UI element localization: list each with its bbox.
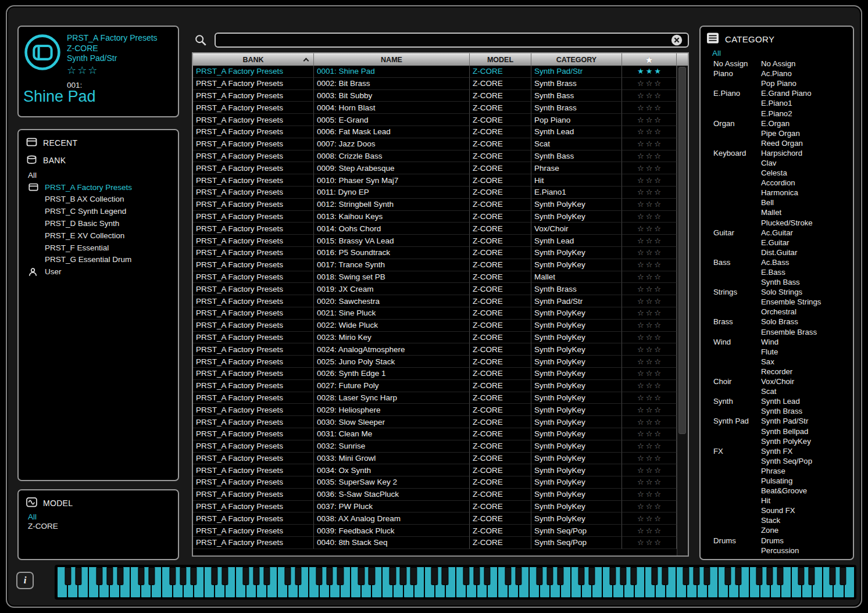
table-row[interactable]: PRST_A Factory Presets0037: PW PluckZ-CO… bbox=[193, 501, 677, 513]
table-row[interactable]: PRST_A Factory Presets0038: AX Analog Dr… bbox=[193, 512, 677, 525]
category-item[interactable]: Drums bbox=[761, 536, 853, 545]
cell-rating[interactable]: ☆☆☆ bbox=[622, 464, 677, 476]
piano-key-black[interactable] bbox=[683, 567, 689, 585]
table-row[interactable]: PRST_A Factory Presets0015: Brassy VA Le… bbox=[193, 235, 677, 247]
cell-rating[interactable]: ☆☆☆ bbox=[622, 235, 677, 247]
piano-key-black[interactable] bbox=[798, 567, 804, 585]
table-row[interactable]: PRST_A Factory Presets0039: Feedback Plu… bbox=[193, 525, 677, 537]
category-group-label[interactable]: Guitar bbox=[701, 228, 761, 237]
piano-key-black[interactable] bbox=[316, 567, 323, 585]
piano-key-black[interactable] bbox=[264, 567, 270, 585]
category-item[interactable]: Clav bbox=[761, 159, 853, 167]
cell-rating[interactable]: ☆☆☆ bbox=[622, 307, 677, 320]
category-item[interactable]: Ac.Bass bbox=[761, 258, 853, 267]
piano-key-black[interactable] bbox=[96, 567, 102, 585]
table-row[interactable]: PRST_A Factory Presets0008: Crizzle Bass… bbox=[193, 150, 677, 163]
table-row[interactable]: PRST_A Factory Presets0018: Swing set PB… bbox=[193, 271, 677, 284]
cell-rating[interactable]: ☆☆☆ bbox=[622, 162, 677, 174]
piano-key-black[interactable] bbox=[620, 567, 626, 585]
table-row[interactable]: PRST_A Factory Presets0030: Slow Sleeper… bbox=[193, 416, 677, 428]
table-row[interactable]: PRST_A Factory Presets0021: Sine PluckZ-… bbox=[193, 307, 677, 320]
table-row[interactable]: PRST_A Factory Presets0029: HeliosphereZ… bbox=[193, 404, 677, 416]
bank-item[interactable]: PRST_G Essential Drum bbox=[19, 254, 178, 266]
category-item[interactable]: E.Piano1 bbox=[761, 99, 853, 107]
cell-rating[interactable]: ☆☆☆ bbox=[622, 174, 677, 187]
piano-keyboard[interactable] bbox=[58, 567, 853, 597]
piano-key-black[interactable] bbox=[431, 567, 438, 585]
category-item[interactable]: Bell bbox=[761, 198, 853, 207]
table-row[interactable]: PRST_A Factory Presets0035: SuperSaw Key… bbox=[193, 476, 677, 489]
piano-key-black[interactable] bbox=[117, 567, 124, 585]
piano-key-black[interactable] bbox=[808, 567, 815, 585]
piano-key-black[interactable] bbox=[191, 567, 197, 585]
piano-key-black[interactable] bbox=[390, 567, 396, 585]
category-item[interactable]: Ensemble Brass bbox=[761, 328, 853, 336]
cell-rating[interactable]: ☆☆☆ bbox=[622, 102, 677, 114]
table-row[interactable]: PRST_A Factory Presets0027: Future PolyZ… bbox=[193, 380, 677, 392]
cell-rating[interactable]: ☆☆☆ bbox=[622, 259, 677, 271]
column-header-name[interactable]: NAME bbox=[314, 53, 470, 66]
piano-key-black[interactable] bbox=[410, 567, 417, 585]
category-item[interactable]: Synth Brass bbox=[761, 407, 853, 415]
piano-key-black[interactable] bbox=[578, 567, 584, 585]
cell-rating[interactable]: ☆☆☆ bbox=[622, 380, 677, 392]
piano-key-black[interactable] bbox=[703, 567, 710, 585]
category-item[interactable]: Synth Lead bbox=[761, 397, 853, 406]
category-item[interactable]: Ensemble Strings bbox=[761, 297, 853, 306]
category-item[interactable]: E.Guitar bbox=[761, 238, 853, 247]
cell-rating[interactable]: ☆☆☆ bbox=[622, 404, 677, 416]
bank-item[interactable]: PRST_A Factory Presets bbox=[19, 181, 178, 193]
category-item[interactable]: Accordion bbox=[761, 178, 853, 187]
table-row[interactable]: PRST_A Factory Presets0011: Dyno EPZ-COR… bbox=[193, 187, 677, 199]
piano-key-black[interactable] bbox=[724, 567, 731, 585]
cell-rating[interactable]: ☆☆☆ bbox=[622, 126, 677, 138]
piano-key-black[interactable] bbox=[138, 567, 145, 585]
category-item[interactable]: Dist.Guitar bbox=[761, 248, 853, 257]
cell-rating[interactable]: ☆☆☆ bbox=[622, 271, 677, 284]
table-row[interactable]: PRST_A Factory Presets0023: Mirio KeyZ-C… bbox=[193, 332, 677, 344]
cell-rating[interactable]: ☆☆☆ bbox=[622, 416, 677, 428]
table-row[interactable]: PRST_A Factory Presets0040: 8th Stack Se… bbox=[193, 537, 677, 549]
piano-key-black[interactable] bbox=[442, 567, 448, 585]
cell-rating[interactable]: ☆☆☆ bbox=[622, 211, 677, 223]
table-row[interactable]: PRST_A Factory Presets0022: Wide PluckZ-… bbox=[193, 320, 677, 332]
recent-section[interactable]: RECENT bbox=[19, 134, 178, 152]
cell-rating[interactable]: ☆☆☆ bbox=[622, 320, 677, 332]
category-item[interactable]: Pop Piano bbox=[761, 79, 853, 88]
piano-key-black[interactable] bbox=[285, 567, 291, 585]
piano-key-black[interactable] bbox=[756, 567, 762, 585]
table-scrollbar[interactable] bbox=[677, 66, 688, 555]
category-item[interactable]: Wind bbox=[761, 338, 853, 346]
piano-key-black[interactable] bbox=[65, 567, 71, 585]
piano-key-black[interactable] bbox=[693, 567, 699, 585]
category-item[interactable]: Synth PolyKey bbox=[761, 437, 853, 446]
piano-key-black[interactable] bbox=[662, 567, 668, 585]
table-row[interactable]: PRST_A Factory Presets0012: Stringbell S… bbox=[193, 199, 677, 211]
piano-key-black[interactable] bbox=[546, 567, 553, 585]
bank-item-user[interactable]: User bbox=[19, 266, 178, 278]
cell-rating[interactable]: ☆☆☆ bbox=[622, 247, 677, 259]
piano-key-black[interactable] bbox=[536, 567, 542, 585]
table-row[interactable]: PRST_A Factory Presets0003: Bit SubbyZ-C… bbox=[193, 90, 677, 102]
category-group-label[interactable]: Synth Pad bbox=[701, 417, 761, 425]
category-item[interactable]: Solo Brass bbox=[761, 317, 853, 326]
piano-key-black[interactable] bbox=[840, 567, 846, 585]
cell-rating[interactable]: ☆☆☆ bbox=[622, 489, 677, 501]
scrollbar-thumb[interactable] bbox=[678, 67, 686, 434]
cell-rating[interactable]: ☆☆☆ bbox=[622, 356, 677, 368]
model-section[interactable]: MODEL bbox=[19, 494, 178, 512]
piano-key-black[interactable] bbox=[777, 567, 783, 585]
category-item[interactable]: Flute bbox=[761, 347, 853, 356]
piano-key-black[interactable] bbox=[327, 567, 333, 585]
table-row[interactable]: PRST_A Factory Presets0001: Shine PadZ-C… bbox=[193, 66, 677, 78]
category-item[interactable]: No Assign bbox=[761, 59, 853, 68]
category-item[interactable]: Ac.Guitar bbox=[761, 228, 853, 237]
bank-item[interactable]: PRST_E XV Collection bbox=[19, 230, 178, 242]
cell-rating[interactable]: ☆☆☆ bbox=[622, 283, 677, 295]
category-group-label[interactable]: Brass bbox=[701, 317, 761, 326]
cell-rating[interactable]: ☆☆☆ bbox=[622, 440, 677, 453]
table-row[interactable]: PRST_A Factory Presets0014: Oohs ChordZ-… bbox=[193, 223, 677, 235]
category-group-label[interactable]: FX bbox=[701, 447, 761, 456]
category-item[interactable]: Solo Strings bbox=[761, 288, 853, 296]
table-row[interactable]: PRST_A Factory Presets0013: Kaihou KeysZ… bbox=[193, 211, 677, 223]
